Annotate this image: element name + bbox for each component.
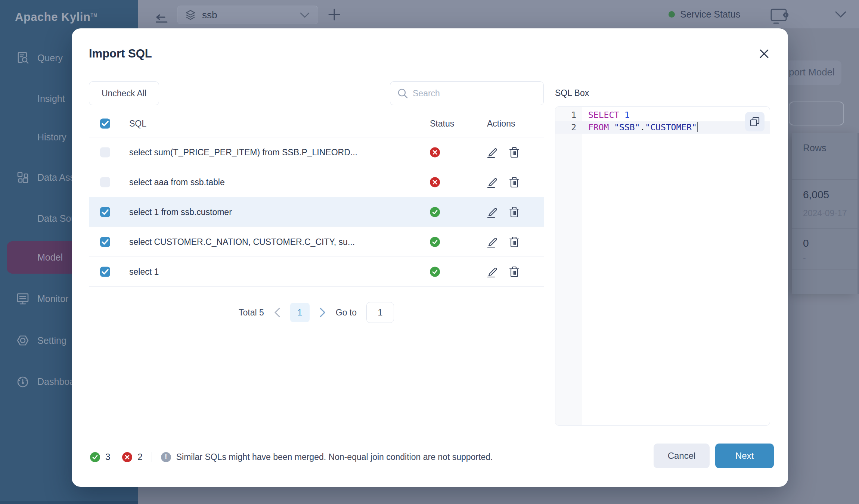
monitor-icon	[16, 292, 29, 305]
edit-icon[interactable]	[487, 147, 498, 158]
edit-icon[interactable]	[487, 177, 498, 188]
edit-icon[interactable]	[487, 236, 498, 248]
sidebar-item-label: Setting	[37, 335, 66, 346]
sidebar-item-label: Query	[37, 53, 63, 63]
search-box	[390, 81, 544, 105]
rows-column-header: Rows	[803, 143, 827, 153]
project-name: ssb	[202, 9, 217, 21]
modal-title: Import SQL	[89, 47, 152, 60]
app-logo: Apache KylinTM	[15, 10, 97, 24]
add-tab-button[interactable]	[328, 8, 341, 21]
scroll-shadow	[858, 133, 859, 294]
user-menu-chevron-icon[interactable]	[835, 11, 846, 18]
goto-page-input[interactable]	[366, 302, 394, 323]
copy-sql-button[interactable]	[745, 112, 765, 131]
delete-icon[interactable]	[509, 266, 520, 277]
text-cursor	[697, 122, 698, 132]
sql-table: SQL Status Actions select sum(T_PRICE_PE…	[89, 110, 544, 287]
code-line-1: 1 SELECT 1	[555, 109, 770, 121]
service-status: Service Status	[669, 0, 740, 28]
line-number-gutter	[555, 107, 582, 425]
check-icon	[102, 120, 109, 127]
next-page-icon[interactable]	[319, 308, 326, 317]
row-checkbox[interactable]	[100, 267, 110, 277]
edit-icon[interactable]	[487, 206, 498, 218]
import-sql-modal: Import SQL Uncheck All SQL Status Action…	[72, 28, 788, 487]
check-icon	[102, 209, 109, 215]
project-select[interactable]: ssb	[177, 6, 318, 24]
sidebar-item-label: Monitor	[37, 293, 68, 304]
code-line-2: 2 FROM "SSB"."CUSTOMER"	[555, 121, 770, 134]
rows-value: 0	[803, 237, 809, 249]
next-label: Next	[735, 451, 754, 461]
row-checkbox[interactable]	[100, 237, 110, 247]
dashboard-icon	[16, 375, 29, 388]
cancel-button[interactable]: Cancel	[654, 444, 710, 468]
sql-box-label: SQL Box	[555, 88, 589, 98]
table-row[interactable]: select CUSTOMER.C_NATION, CUSTOMER.C_CIT…	[89, 227, 544, 257]
status-success-icon	[430, 237, 440, 247]
table-header: SQL Status Actions	[89, 110, 544, 137]
close-icon[interactable]	[757, 47, 771, 60]
validation-summary: 3 2 ! Similar SQLs might have been merge…	[90, 447, 493, 467]
background-search-input[interactable]	[789, 102, 844, 125]
sql-text: select CUSTOMER.C_NATION, CUSTOMER.C_CIT…	[129, 237, 355, 247]
table-row[interactable]: select 1	[89, 257, 544, 287]
delete-icon[interactable]	[509, 206, 520, 218]
search-input[interactable]	[413, 88, 532, 99]
check-icon	[102, 239, 109, 245]
collapse-sidebar-icon[interactable]	[156, 13, 169, 25]
line-number: 1	[555, 109, 576, 121]
table-row[interactable]: select aaa from ssb.table	[89, 167, 544, 197]
pagination: Total 5 1 Go to	[89, 302, 544, 323]
status-error-icon	[430, 147, 440, 157]
sql-text: select 1 from ssb.customer	[129, 207, 232, 217]
success-count-icon	[90, 452, 100, 462]
sidebar-item-label: History	[37, 132, 66, 143]
edit-icon[interactable]	[487, 266, 498, 277]
cancel-label: Cancel	[668, 451, 696, 461]
error-count: 2	[137, 452, 142, 462]
sql-editor[interactable]: 1 SELECT 1 2 FROM "SSB"."CUSTOMER"	[555, 106, 770, 426]
next-button[interactable]: Next	[715, 444, 774, 468]
rows-date: 2024-09-17	[803, 208, 847, 218]
sidebar-footer	[0, 501, 138, 504]
select-all-checkbox[interactable]	[100, 118, 110, 128]
sql-text: select 1	[129, 267, 159, 277]
setting-icon	[16, 334, 29, 347]
prev-page-icon[interactable]	[274, 308, 280, 317]
topbar-divider	[761, 7, 761, 22]
info-icon: !	[161, 452, 171, 462]
query-icon	[16, 52, 29, 64]
error-count-icon	[122, 452, 132, 462]
sql-text: select aaa from ssb.table	[129, 177, 225, 187]
layers-icon	[185, 9, 196, 21]
table-row[interactable]: select sum(T_PRICE_PER_ITEM) from SSB.P_…	[89, 137, 544, 167]
table-row-selected[interactable]: select 1 from ssb.customer	[89, 197, 544, 227]
summary-message: Similar SQLs might have been merged. Non…	[176, 452, 493, 462]
line-number: 2	[555, 121, 576, 134]
copy-icon	[750, 117, 760, 127]
search-icon	[397, 88, 408, 99]
status-error-icon	[430, 177, 440, 187]
row-checkbox[interactable]	[100, 207, 110, 217]
column-header-status: Status	[430, 118, 454, 128]
import-model-label: port Model	[789, 66, 835, 78]
status-success-icon	[430, 267, 440, 277]
top-bar: ssb Service Status	[138, 0, 859, 28]
uncheck-all-button[interactable]: Uncheck All	[89, 81, 159, 105]
import-model-button[interactable]: port Model	[784, 60, 841, 85]
row-checkbox[interactable]	[100, 177, 110, 187]
delete-icon[interactable]	[509, 177, 520, 188]
row-checkbox[interactable]	[100, 147, 110, 157]
service-status-dot	[669, 11, 675, 18]
status-success-icon	[430, 207, 440, 217]
delete-icon[interactable]	[509, 147, 520, 158]
page-number-button[interactable]: 1	[290, 303, 310, 322]
admin-settings-icon[interactable]	[770, 8, 790, 25]
goto-label: Go to	[336, 308, 357, 318]
delete-icon[interactable]	[509, 236, 520, 248]
summary-divider	[152, 452, 152, 462]
service-status-label: Service Status	[680, 9, 740, 20]
pagination-total: Total 5	[239, 308, 264, 318]
